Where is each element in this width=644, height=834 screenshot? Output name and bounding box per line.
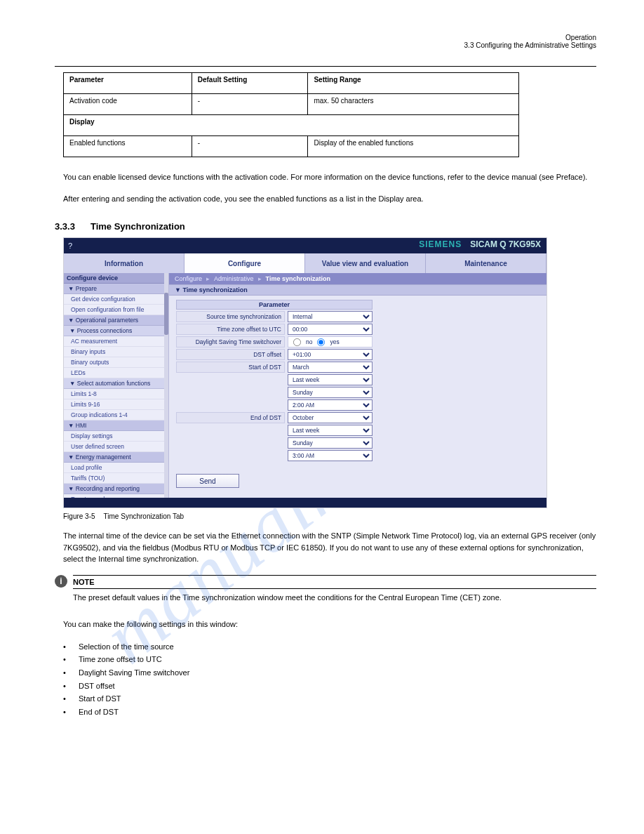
sidebar-item[interactable]: Open configuration from file xyxy=(64,305,168,315)
model-label: SICAM Q 7KG95X xyxy=(470,239,541,249)
note-body: The preset default values in the Time sy… xyxy=(73,592,596,604)
label-start-dst: Start of DST xyxy=(176,362,285,373)
tab-configure[interactable]: Configure xyxy=(185,253,305,273)
sidebar-group[interactable]: ▼ HMI xyxy=(64,421,168,431)
running-head-sub: 3.3 Configuring the Administrative Setti… xyxy=(464,41,596,49)
label-tz-offset: Time zone offset to UTC xyxy=(176,324,285,335)
bullet-icon: • xyxy=(63,680,73,693)
label-dst-switchover: Daylight Saving Time switchover xyxy=(176,336,285,348)
form-area: Parameter Source time synchronization In… xyxy=(169,296,546,492)
label-end-dst: End of DST xyxy=(176,412,285,423)
paragraph: You can make the following settings in t… xyxy=(63,618,596,630)
select-end-month[interactable]: October xyxy=(288,412,373,423)
sidebar: Configure device ▼ PrepareGet device con… xyxy=(64,273,169,498)
select-start-day[interactable]: Sunday xyxy=(288,387,373,398)
figure-title: Time Synchronization Tab xyxy=(104,512,185,520)
list-item: •Daylight Saving Time switchover xyxy=(63,666,596,680)
list-item: •Selection of the time source xyxy=(63,640,596,654)
select-dst-offset[interactable]: +01:00 xyxy=(288,349,373,360)
radio-label-yes: yes xyxy=(330,338,339,345)
sidebar-group[interactable]: ▼ Energy management xyxy=(64,452,168,463)
tab-information[interactable]: Information xyxy=(64,253,185,273)
table-cell: Enabled functions xyxy=(64,136,192,157)
help-icon[interactable]: ? xyxy=(68,241,72,250)
bullet-icon: • xyxy=(63,692,73,706)
sidebar-item[interactable]: LEDs xyxy=(64,368,168,378)
list-item-label: Time zone offset to UTC xyxy=(79,653,162,666)
sidebar-item[interactable]: Binary outputs xyxy=(64,357,168,368)
section-band[interactable]: ▼ Time synchronization xyxy=(169,284,546,296)
subsection-title: Time Synchronization xyxy=(90,221,185,232)
crumb-item[interactable]: Configure xyxy=(175,275,202,282)
radio-dst-no[interactable] xyxy=(293,338,301,345)
list-item-label: Selection of the time source xyxy=(79,640,174,654)
table-cell: Display xyxy=(64,115,519,136)
sidebar-item[interactable]: Group indications 1-4 xyxy=(64,410,168,421)
select-start-week[interactable]: Last week xyxy=(288,374,373,385)
table-cell: Activation code xyxy=(64,94,192,115)
send-button[interactable]: Send xyxy=(176,474,239,488)
select-end-time[interactable]: 3:00 AM xyxy=(288,450,373,461)
sidebar-item[interactable]: Event recorders xyxy=(64,494,168,498)
sidebar-heading: Configure device xyxy=(64,273,168,284)
subsection-number: 3.3.3 xyxy=(55,221,75,232)
select-source-sync[interactable]: Internal xyxy=(288,311,373,322)
radio-label-no: no xyxy=(306,338,312,345)
select-start-month[interactable]: March xyxy=(288,362,373,373)
radio-dst-yes[interactable] xyxy=(317,338,325,345)
subsection-heading: 3.3.3Time Synchronization xyxy=(55,221,596,232)
list-item: •DST offset xyxy=(63,680,596,693)
list-item: •Time zone offset to UTC xyxy=(63,653,596,666)
table-cell: Display of the enabled functions xyxy=(308,136,519,157)
list-item-label: Start of DST xyxy=(79,692,121,706)
figure-number: Figure 3-5 xyxy=(63,512,95,520)
table-cell: - xyxy=(192,94,308,115)
sidebar-group[interactable]: ▼ Prepare xyxy=(64,284,168,294)
scrollbar-thumb[interactable] xyxy=(164,293,168,335)
list-item: •End of DST xyxy=(63,706,596,719)
paragraph: You can enable licensed device functions… xyxy=(63,171,596,183)
table-header: Default Setting xyxy=(192,73,308,94)
sidebar-item[interactable]: AC measurement xyxy=(64,336,168,347)
crumb-item[interactable]: Administrative xyxy=(214,275,254,282)
sidebar-item[interactable]: User defined screen xyxy=(64,442,168,452)
note-heading: NOTE xyxy=(73,575,596,589)
sidebar-item[interactable]: Tariffs (TOU) xyxy=(64,473,168,484)
table-row: Parameter Default Setting Setting Range xyxy=(64,73,519,94)
bullet-icon: • xyxy=(63,640,73,654)
chevron-right-icon: ▸ xyxy=(206,275,210,282)
tab-value-view[interactable]: Value view and evaluation xyxy=(305,253,426,273)
param-table: Parameter Default Setting Setting Range … xyxy=(63,72,519,157)
sidebar-item[interactable]: Display settings xyxy=(64,431,168,442)
sidebar-item[interactable]: Get device configuration xyxy=(64,294,168,305)
select-end-day[interactable]: Sunday xyxy=(288,437,373,449)
sidebar-group[interactable]: ▼ Recording and reporting xyxy=(64,484,168,494)
scrollbar[interactable] xyxy=(164,273,168,498)
sidebar-item[interactable]: Load profile xyxy=(64,463,168,473)
screenshot: SIEMENS SICAM Q 7KG95X ? Information Con… xyxy=(63,237,547,508)
select-tz-offset[interactable]: 00:00 xyxy=(288,324,373,335)
figure-caption: Figure 3-5Time Synchronization Tab xyxy=(63,512,596,520)
sidebar-item[interactable]: Binary inputs xyxy=(64,347,168,357)
parameter-header: Parameter xyxy=(176,300,373,310)
list-item-label: Daylight Saving Time switchover xyxy=(79,666,189,680)
sidebar-group[interactable]: ▼ Operational parameters xyxy=(64,315,168,326)
sidebar-item[interactable]: Limits 9-16 xyxy=(64,399,168,410)
breadcrumb: Configure ▸ Administrative ▸ Time synchr… xyxy=(169,273,546,284)
main-tabs: Information Configure Value view and eva… xyxy=(64,253,546,273)
select-end-week[interactable]: Last week xyxy=(288,425,373,436)
select-start-time[interactable]: 2:00 AM xyxy=(288,399,373,411)
bottom-bar xyxy=(64,498,546,508)
paragraph: After entering and sending the activatio… xyxy=(63,193,596,205)
list-item: •Start of DST xyxy=(63,692,596,706)
paragraph: The internal time of the device can be s… xyxy=(63,530,596,565)
bullet-icon: • xyxy=(63,666,73,680)
sidebar-group[interactable]: ▼ Process connections xyxy=(64,326,168,336)
sidebar-group[interactable]: ▼ Select automation functions xyxy=(64,378,168,389)
sidebar-item[interactable]: Limits 1-8 xyxy=(64,389,168,399)
tab-maintenance[interactable]: Maintenance xyxy=(426,253,546,273)
table-row: Enabled functions - Display of the enabl… xyxy=(64,136,519,157)
list-item-label: End of DST xyxy=(79,706,119,719)
list-item-label: DST offset xyxy=(79,680,115,693)
bullet-icon: • xyxy=(63,653,73,666)
